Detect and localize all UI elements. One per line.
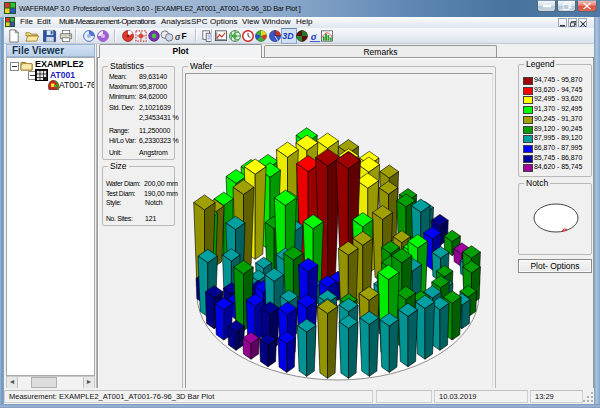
svg-text:F: F bbox=[181, 31, 186, 41]
svg-text:3D: 3D bbox=[282, 31, 294, 41]
svg-text:σ: σ bbox=[175, 31, 181, 42]
svg-text:σ: σ bbox=[311, 30, 318, 42]
